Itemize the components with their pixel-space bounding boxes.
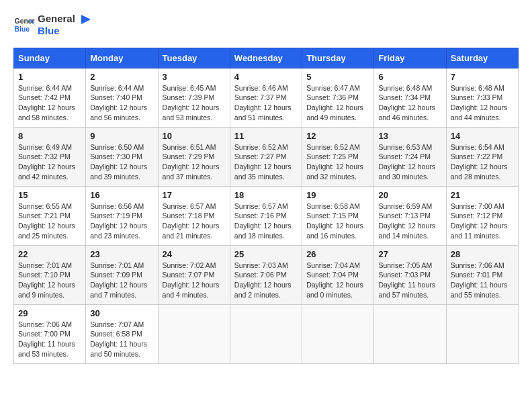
logo-icon: General Blue	[13, 14, 35, 36]
day-detail: Sunrise: 6:55 AM Sunset: 7:21 PM Dayligh…	[18, 201, 81, 241]
day-detail: Sunrise: 7:01 AM Sunset: 7:09 PM Dayligh…	[90, 261, 153, 300]
day-detail: Sunrise: 7:04 AM Sunset: 7:04 PM Dayligh…	[306, 261, 369, 300]
day-number: 15	[18, 190, 81, 200]
column-header-sunday: Sunday	[14, 48, 86, 68]
header: General Blue General Blue	[13, 13, 519, 37]
logo: General Blue General Blue	[13, 13, 91, 37]
day-cell: 25Sunrise: 7:03 AM Sunset: 7:06 PM Dayli…	[230, 245, 302, 304]
week-row-5: 29Sunrise: 7:06 AM Sunset: 7:00 PM Dayli…	[14, 304, 519, 363]
day-number: 25	[234, 249, 298, 259]
week-row-2: 8Sunrise: 6:49 AM Sunset: 7:32 PM Daylig…	[14, 127, 519, 186]
day-cell: 26Sunrise: 7:04 AM Sunset: 7:04 PM Dayli…	[302, 245, 374, 304]
day-detail: Sunrise: 6:53 AM Sunset: 7:24 PM Dayligh…	[378, 142, 441, 182]
column-header-thursday: Thursday	[302, 48, 374, 68]
day-cell: 14Sunrise: 6:54 AM Sunset: 7:22 PM Dayli…	[446, 127, 518, 186]
day-number: 7	[451, 72, 514, 82]
day-number: 18	[234, 190, 298, 200]
day-number: 24	[163, 249, 226, 259]
day-detail: Sunrise: 6:51 AM Sunset: 7:29 PM Dayligh…	[163, 142, 226, 182]
day-number: 8	[18, 131, 81, 141]
day-number: 13	[378, 131, 441, 141]
day-cell: 15Sunrise: 6:55 AM Sunset: 7:21 PM Dayli…	[14, 186, 86, 245]
day-number: 14	[451, 131, 514, 141]
day-detail: Sunrise: 6:58 AM Sunset: 7:15 PM Dayligh…	[306, 201, 369, 241]
day-detail: Sunrise: 6:44 AM Sunset: 7:40 PM Dayligh…	[90, 83, 153, 123]
day-detail: Sunrise: 6:46 AM Sunset: 7:37 PM Dayligh…	[234, 83, 298, 123]
column-header-saturday: Saturday	[446, 48, 518, 68]
day-detail: Sunrise: 6:49 AM Sunset: 7:32 PM Dayligh…	[18, 142, 81, 182]
day-number: 17	[163, 190, 226, 200]
day-detail: Sunrise: 7:03 AM Sunset: 7:06 PM Dayligh…	[234, 261, 298, 300]
day-cell: 1Sunrise: 6:44 AM Sunset: 7:42 PM Daylig…	[14, 68, 86, 127]
day-number: 22	[18, 249, 81, 259]
day-cell: 28Sunrise: 7:06 AM Sunset: 7:01 PM Dayli…	[446, 245, 518, 304]
day-cell: 6Sunrise: 6:48 AM Sunset: 7:34 PM Daylig…	[374, 68, 446, 127]
day-cell: 17Sunrise: 6:57 AM Sunset: 7:18 PM Dayli…	[158, 186, 230, 245]
day-cell: 30Sunrise: 7:07 AM Sunset: 6:58 PM Dayli…	[86, 304, 158, 363]
day-cell: 29Sunrise: 7:06 AM Sunset: 7:00 PM Dayli…	[14, 304, 86, 363]
day-number: 20	[378, 190, 441, 200]
day-number: 27	[378, 249, 441, 259]
day-detail: Sunrise: 6:48 AM Sunset: 7:34 PM Dayligh…	[378, 83, 441, 123]
day-number: 9	[90, 131, 153, 141]
day-cell: 27Sunrise: 7:05 AM Sunset: 7:03 PM Dayli…	[374, 245, 446, 304]
day-cell: 11Sunrise: 6:52 AM Sunset: 7:27 PM Dayli…	[230, 127, 302, 186]
day-number: 5	[306, 72, 369, 82]
day-cell: 13Sunrise: 6:53 AM Sunset: 7:24 PM Dayli…	[374, 127, 446, 186]
day-cell: 24Sunrise: 7:02 AM Sunset: 7:07 PM Dayli…	[158, 245, 230, 304]
day-detail: Sunrise: 6:52 AM Sunset: 7:25 PM Dayligh…	[306, 142, 369, 182]
calendar-table: SundayMondayTuesdayWednesdayThursdayFrid…	[13, 48, 519, 364]
day-number: 29	[18, 308, 81, 318]
day-cell: 7Sunrise: 6:48 AM Sunset: 7:33 PM Daylig…	[446, 68, 518, 127]
column-header-friday: Friday	[374, 48, 446, 68]
day-detail: Sunrise: 7:05 AM Sunset: 7:03 PM Dayligh…	[378, 261, 441, 300]
column-header-wednesday: Wednesday	[230, 48, 302, 68]
day-detail: Sunrise: 6:54 AM Sunset: 7:22 PM Dayligh…	[451, 142, 514, 182]
day-detail: Sunrise: 7:00 AM Sunset: 7:12 PM Dayligh…	[451, 201, 514, 241]
day-number: 10	[163, 131, 226, 141]
logo-triangle-icon	[79, 13, 91, 26]
day-cell: 2Sunrise: 6:44 AM Sunset: 7:40 PM Daylig…	[86, 68, 158, 127]
logo-general-text: General	[38, 13, 75, 24]
day-cell: 12Sunrise: 6:52 AM Sunset: 7:25 PM Dayli…	[302, 127, 374, 186]
day-number: 11	[234, 131, 298, 141]
day-detail: Sunrise: 6:52 AM Sunset: 7:27 PM Dayligh…	[234, 142, 298, 182]
day-detail: Sunrise: 7:06 AM Sunset: 7:01 PM Dayligh…	[451, 261, 514, 300]
day-cell	[230, 304, 302, 363]
day-number: 12	[306, 131, 369, 141]
column-header-monday: Monday	[86, 48, 158, 68]
day-cell: 23Sunrise: 7:01 AM Sunset: 7:09 PM Dayli…	[86, 245, 158, 304]
day-detail: Sunrise: 6:59 AM Sunset: 7:13 PM Dayligh…	[378, 201, 441, 241]
day-number: 21	[451, 190, 514, 200]
day-cell	[158, 304, 230, 363]
day-cell: 4Sunrise: 6:46 AM Sunset: 7:37 PM Daylig…	[230, 68, 302, 127]
day-cell: 18Sunrise: 6:57 AM Sunset: 7:16 PM Dayli…	[230, 186, 302, 245]
day-number: 3	[163, 72, 226, 82]
day-number: 16	[90, 190, 153, 200]
header-row: SundayMondayTuesdayWednesdayThursdayFrid…	[14, 48, 519, 68]
column-header-tuesday: Tuesday	[158, 48, 230, 68]
day-detail: Sunrise: 6:56 AM Sunset: 7:19 PM Dayligh…	[90, 201, 153, 241]
day-number: 23	[90, 249, 153, 259]
svg-marker-3	[81, 15, 91, 24]
day-cell: 3Sunrise: 6:45 AM Sunset: 7:39 PM Daylig…	[158, 68, 230, 127]
day-number: 26	[306, 249, 369, 259]
day-cell: 22Sunrise: 7:01 AM Sunset: 7:10 PM Dayli…	[14, 245, 86, 304]
day-detail: Sunrise: 6:44 AM Sunset: 7:42 PM Dayligh…	[18, 83, 81, 123]
day-cell	[374, 304, 446, 363]
day-number: 6	[378, 72, 441, 82]
day-detail: Sunrise: 7:06 AM Sunset: 7:00 PM Dayligh…	[18, 320, 81, 359]
day-detail: Sunrise: 7:07 AM Sunset: 6:58 PM Dayligh…	[90, 320, 153, 359]
day-cell: 9Sunrise: 6:50 AM Sunset: 7:30 PM Daylig…	[86, 127, 158, 186]
day-detail: Sunrise: 7:01 AM Sunset: 7:10 PM Dayligh…	[18, 261, 81, 300]
day-number: 28	[451, 249, 514, 259]
day-cell: 19Sunrise: 6:58 AM Sunset: 7:15 PM Dayli…	[302, 186, 374, 245]
day-cell: 20Sunrise: 6:59 AM Sunset: 7:13 PM Dayli…	[374, 186, 446, 245]
day-detail: Sunrise: 6:47 AM Sunset: 7:36 PM Dayligh…	[306, 83, 369, 123]
day-number: 19	[306, 190, 369, 200]
day-cell: 10Sunrise: 6:51 AM Sunset: 7:29 PM Dayli…	[158, 127, 230, 186]
day-detail: Sunrise: 7:02 AM Sunset: 7:07 PM Dayligh…	[163, 261, 226, 300]
day-cell: 16Sunrise: 6:56 AM Sunset: 7:19 PM Dayli…	[86, 186, 158, 245]
day-number: 1	[18, 72, 81, 82]
week-row-1: 1Sunrise: 6:44 AM Sunset: 7:42 PM Daylig…	[14, 68, 519, 127]
